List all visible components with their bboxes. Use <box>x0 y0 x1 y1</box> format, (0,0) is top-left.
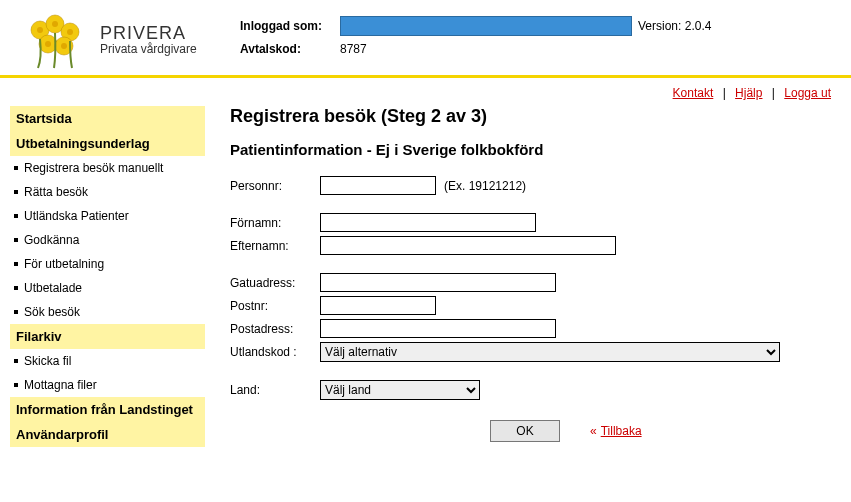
utlandskod-label: Utlandskod : <box>230 345 320 359</box>
page-title: Registrera besök (Steg 2 av 3) <box>230 106 831 127</box>
main-content: Registrera besök (Steg 2 av 3) Patientin… <box>230 106 841 447</box>
kontakt-link[interactable]: Kontakt <box>673 86 714 100</box>
sidebar-header-startsida[interactable]: Startsida <box>10 106 205 131</box>
avtalskod-value: 8787 <box>340 42 367 56</box>
sidebar: Startsida Utbetalningsunderlag Registrer… <box>10 106 205 447</box>
sidebar-item-ratta-besok[interactable]: Rätta besök <box>10 180 205 204</box>
form-actions: « Tillbaka <box>490 420 831 442</box>
brand-subtitle: Privata vårdgivare <box>100 43 197 56</box>
land-select[interactable]: Välj land <box>320 380 480 400</box>
efternamn-input[interactable] <box>320 236 616 255</box>
sidebar-item-mottagna-filer[interactable]: Mottagna filer <box>10 373 205 397</box>
tillbaka-link[interactable]: Tillbaka <box>601 424 642 438</box>
svg-point-8 <box>45 41 51 47</box>
sub-title: Patientinformation - Ej i Sverige folkbo… <box>230 141 831 158</box>
personnr-label: Personnr: <box>230 179 320 193</box>
sidebar-header-filarkiv[interactable]: Filarkiv <box>10 324 205 349</box>
personnr-input[interactable] <box>320 176 436 195</box>
svg-point-7 <box>67 29 73 35</box>
logged-in-label: Inloggad som: <box>240 19 340 33</box>
postnr-label: Postnr: <box>230 299 320 313</box>
postnr-input[interactable] <box>320 296 436 315</box>
sidebar-header-anvandarprofil[interactable]: Användarprofil <box>10 422 205 447</box>
ok-button[interactable] <box>490 420 560 442</box>
sidebar-item-skicka-fil[interactable]: Skicka fil <box>10 349 205 373</box>
logged-in-user-bar <box>340 16 632 36</box>
logo-block: PRIVERA Privata vårdgivare <box>20 10 240 70</box>
postadress-input[interactable] <box>320 319 556 338</box>
svg-point-6 <box>52 21 58 27</box>
version-label: Version: 2.0.4 <box>638 19 711 33</box>
fornamn-input[interactable] <box>320 213 536 232</box>
gatuadress-label: Gatuadress: <box>230 276 320 290</box>
sidebar-header-information[interactable]: Information från Landstinget <box>10 397 205 422</box>
sidebar-header-utbetalningsunderlag[interactable]: Utbetalningsunderlag <box>10 131 205 156</box>
personnr-hint: (Ex. 19121212) <box>444 179 526 193</box>
sidebar-item-for-utbetalning[interactable]: För utbetalning <box>10 252 205 276</box>
hjalp-link[interactable]: Hjälp <box>735 86 762 100</box>
gatuadress-input[interactable] <box>320 273 556 292</box>
brand-name: PRIVERA <box>100 24 197 44</box>
fornamn-label: Förnamn: <box>230 216 320 230</box>
postadress-label: Postadress: <box>230 322 320 336</box>
sidebar-item-utbetalade[interactable]: Utbetalade <box>10 276 205 300</box>
top-links: Kontakt | Hjälp | Logga ut <box>0 78 851 106</box>
efternamn-label: Efternamn: <box>230 239 320 253</box>
logga-ut-link[interactable]: Logga ut <box>784 86 831 100</box>
sidebar-item-godkanna[interactable]: Godkänna <box>10 228 205 252</box>
avtalskod-label: Avtalskod: <box>240 42 340 56</box>
sidebar-item-sok-besok[interactable]: Sök besök <box>10 300 205 324</box>
utlandskod-select[interactable]: Välj alternativ <box>320 342 780 362</box>
svg-point-5 <box>37 27 43 33</box>
header-info: Inloggad som: Version: 2.0.4 Avtalskod: … <box>240 10 831 62</box>
back-arrow-icon: « <box>590 424 597 438</box>
sidebar-item-registrera-besok[interactable]: Registrera besök manuellt <box>10 156 205 180</box>
flower-logo-icon <box>20 10 90 70</box>
land-label: Land: <box>230 383 320 397</box>
app-header: PRIVERA Privata vårdgivare Inloggad som:… <box>0 0 851 78</box>
svg-point-9 <box>61 43 67 49</box>
sidebar-item-utlandska-patienter[interactable]: Utländska Patienter <box>10 204 205 228</box>
